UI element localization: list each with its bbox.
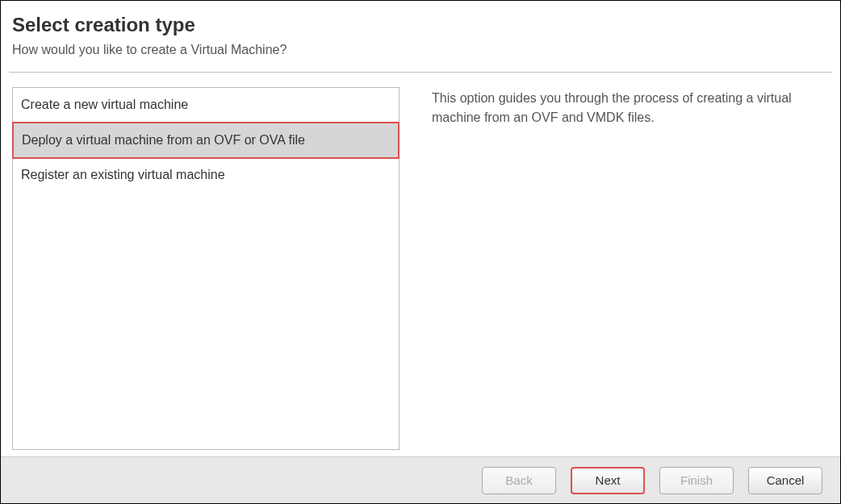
- next-button[interactable]: Next: [571, 467, 645, 494]
- back-button[interactable]: Back: [482, 467, 556, 494]
- option-description: This option guides you through the proce…: [432, 87, 829, 450]
- option-deploy-from-ovf[interactable]: Deploy a virtual machine from an OVF or …: [12, 122, 400, 159]
- wizard-footer: Back Next Finish Cancel: [1, 456, 840, 503]
- option-register-existing-vm[interactable]: Register an existing virtual machine: [13, 158, 399, 193]
- option-label: Register an existing virtual machine: [21, 168, 225, 181]
- wizard-header: Select creation type How would you like …: [1, 1, 840, 72]
- page-subtitle: How would you like to create a Virtual M…: [12, 43, 829, 57]
- wizard-content: Create a new virtual machine Deploy a vi…: [1, 73, 840, 450]
- page-title: Select creation type: [12, 14, 829, 36]
- option-label: Deploy a virtual machine from an OVF or …: [22, 133, 305, 147]
- option-label: Create a new virtual machine: [21, 98, 188, 111]
- cancel-button[interactable]: Cancel: [748, 467, 822, 494]
- finish-button[interactable]: Finish: [659, 467, 734, 494]
- option-create-new-vm[interactable]: Create a new virtual machine: [13, 88, 399, 123]
- creation-type-list: Create a new virtual machine Deploy a vi…: [12, 87, 400, 450]
